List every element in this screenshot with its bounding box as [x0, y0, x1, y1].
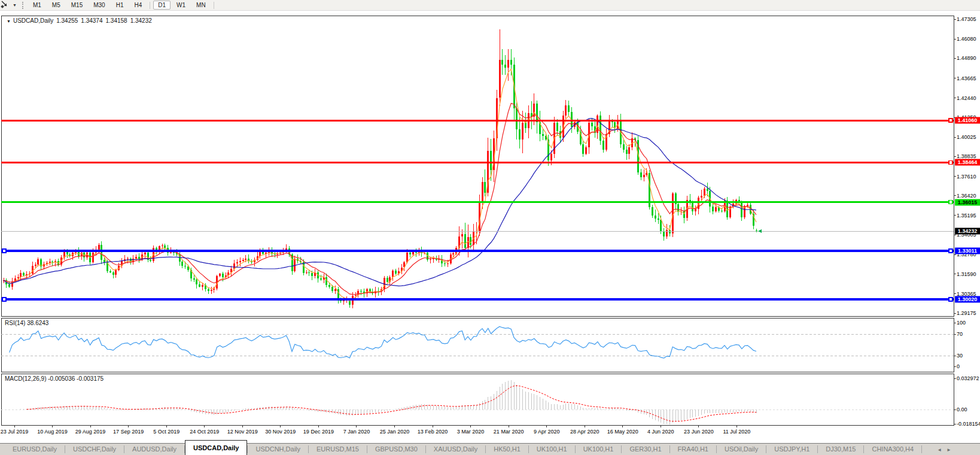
price-tick-label: 1.44890	[957, 55, 976, 61]
chart-open-value: 1.34255	[56, 17, 78, 24]
tab-usdcad-daily[interactable]: USDCAD,Daily	[185, 440, 247, 455]
date-label: 7 Jan 2020	[343, 429, 370, 435]
date-label: 3 Mar 2020	[457, 429, 485, 435]
hline-handle-left-1.33011[interactable]	[2, 249, 6, 253]
tab-usdchf-daily[interactable]: USDCHF,Daily	[65, 444, 124, 455]
date-label: 9 Apr 2020	[534, 429, 560, 435]
date-label: 13 Feb 2020	[418, 429, 448, 435]
chart-tabs-bar: EURUSD,DailyUSDCHF,DailyAUDUSD,DailyUSDC…	[0, 443, 980, 455]
price-tick-label: 1.40025	[957, 134, 976, 140]
price-tick-label: 1.31590	[957, 271, 976, 277]
symbol-caret-icon[interactable]: ▼	[7, 19, 11, 23]
price-tick-label: 1.47305	[957, 16, 976, 22]
price-tick-label: 1.29175	[957, 310, 976, 316]
hline-handle-left-1.30020[interactable]	[2, 298, 6, 301]
rsi-label: RSI(14) 38.6243	[5, 320, 48, 326]
hline-handle-right-1.41060[interactable]	[949, 119, 952, 122]
tab-eurusd-m15[interactable]: EURUSD,M15	[309, 444, 367, 455]
panel-frame	[1, 318, 954, 372]
tab-gbpusd-m30[interactable]: GBPUSD,M30	[367, 444, 425, 455]
macd-axis-label: -0.018154	[957, 421, 980, 427]
chart-symbol: USDCAD,Daily	[13, 17, 53, 24]
tab-eurusd-daily[interactable]: EURUSD,Daily	[5, 444, 65, 455]
date-label: 19 Dec 2019	[303, 429, 334, 435]
rsi-axis-label: 0	[957, 363, 960, 369]
hline-handle-right-1.36015[interactable]	[949, 201, 952, 204]
rsi-axis-label: 70	[957, 331, 963, 337]
tab-fra40-h1[interactable]: FRA40,H1	[670, 444, 716, 455]
macd-label: MACD(12,26,9) -0.005036 -0.003175	[5, 375, 104, 382]
date-label: 29 Aug 2019	[75, 429, 106, 435]
date-label: 17 Sep 2019	[113, 429, 144, 435]
tab-china300-h4[interactable]: CHINA300,H4	[864, 444, 921, 455]
hline-price-label-1.33011: 1.33011	[955, 248, 980, 254]
tab-usdjpy-h1[interactable]: USDJPY,H1	[766, 444, 817, 455]
price-tick-label: 1.35195	[957, 213, 976, 219]
price-tick-label: 1.46080	[957, 36, 976, 42]
date-label: 12 Nov 2019	[227, 429, 258, 435]
date-label: 25 Jan 2020	[380, 429, 410, 435]
date-label: 23 Jul 2019	[1, 429, 29, 435]
date-label: 28 Apr 2020	[570, 429, 599, 435]
application-window: ▼ M1M5M15M30H1H4D1W1MN ▼USDCAD,Daily1.34…	[0, 0, 980, 455]
rsi-axis-label: 30	[957, 353, 963, 359]
price-tick-label: 1.42440	[957, 95, 976, 101]
tab-dj30-m15[interactable]: DJ30,M15	[818, 444, 863, 455]
tab-uk100-h1[interactable]: UK100,H1	[529, 444, 575, 455]
chart-title: ▼USDCAD,Daily1.342551.343741.341581.3423…	[7, 17, 155, 24]
tab-divider	[921, 445, 922, 453]
date-label: 4 Jun 2020	[647, 429, 674, 435]
tab-usdcnh-daily[interactable]: USDCNH,Daily	[248, 444, 308, 455]
hline-price-label-1.30020: 1.30020	[955, 296, 980, 303]
price-tick-label: 1.37610	[957, 174, 976, 180]
date-label: 5 Oct 2019	[153, 429, 179, 435]
date-label: 21 Mar 2020	[494, 429, 524, 435]
hline-handle-right-1.30020[interactable]	[949, 298, 952, 301]
tab-xauusd-daily[interactable]: XAUUSD,Daily	[426, 444, 485, 455]
date-label: 30 Nov 2019	[265, 429, 296, 435]
tab-audusd-daily[interactable]: AUDUSD,Daily	[124, 444, 184, 455]
chart-close-value: 1.34232	[130, 17, 152, 24]
date-label: 10 Aug 2019	[37, 429, 68, 435]
chart-high-value: 1.34374	[81, 17, 102, 24]
hline-price-label-1.41060: 1.41060	[955, 117, 980, 124]
panel-frame	[1, 374, 954, 425]
hline-handle-right-1.38464[interactable]	[949, 160, 952, 164]
hline-price-label-1.38464: 1.38464	[955, 159, 980, 166]
date-label: 24 Oct 2019	[190, 429, 219, 435]
panel-frame	[1, 16, 954, 316]
price-tick-label: 1.43665	[957, 75, 976, 81]
chart-canvas	[0, 0, 980, 455]
date-label: 16 May 2020	[607, 429, 638, 435]
tab-hk50-h1[interactable]: HK50,H1	[486, 444, 528, 455]
chart-low-value: 1.34158	[105, 17, 127, 24]
tab-uk100-h1[interactable]: UK100,H1	[576, 444, 622, 455]
rsi-axis-label: 100	[957, 320, 966, 326]
macd-axis-label: 0.00	[957, 407, 967, 412]
tabs-scroll-right-icon[interactable]: ►	[946, 447, 956, 453]
tab-ger30-h1[interactable]: GER30,H1	[622, 444, 669, 455]
macd-axis-label: 0.032972	[957, 375, 979, 381]
date-label: 23 Jun 2020	[684, 429, 714, 435]
price-tick-label: 1.38835	[957, 153, 976, 159]
current-price-label: 1.34232	[955, 228, 980, 235]
hline-price-label-1.36015: 1.36015	[955, 199, 980, 205]
tab-usoil-daily[interactable]: USOil,Daily	[717, 444, 766, 455]
tabs-scroll-left-icon[interactable]: ◄	[937, 447, 946, 453]
hline-handle-right-1.33011[interactable]	[949, 249, 952, 253]
price-tick-label: 1.36420	[957, 193, 976, 199]
date-label: 11 Jul 2020	[723, 429, 751, 435]
